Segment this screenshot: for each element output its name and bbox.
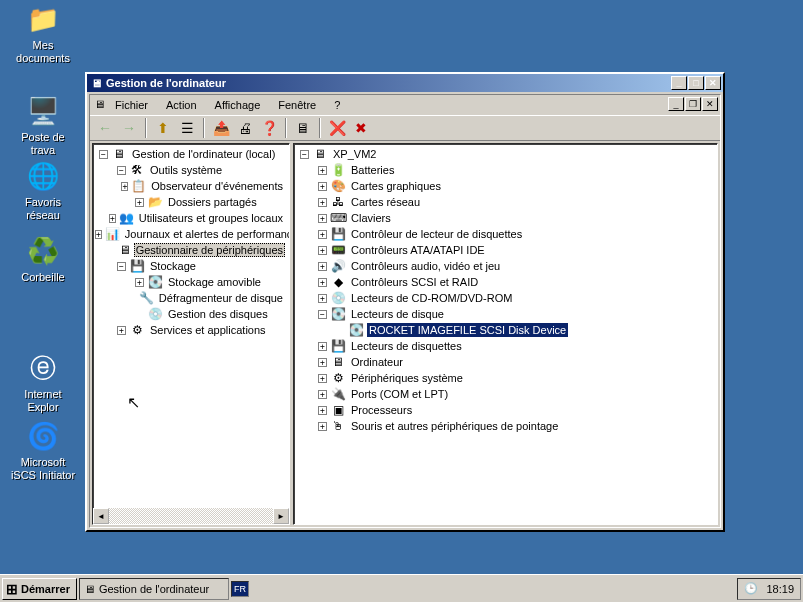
expand-icon[interactable]: + <box>135 198 144 207</box>
desktop-icon-my-documents[interactable]: 📁Mes documents <box>8 3 78 65</box>
expand-icon[interactable]: + <box>318 422 327 431</box>
expand-icon[interactable]: + <box>318 182 327 191</box>
right-pane[interactable]: −🖥XP_VM2+🔋Batteries+🎨Cartes graphiques+🖧… <box>293 143 718 525</box>
scroll-right-icon[interactable]: ► <box>273 508 289 524</box>
tree-node-label: Contrôleurs ATA/ATAPI IDE <box>349 243 487 257</box>
tree-item[interactable]: +🖧Cartes réseau <box>296 194 717 210</box>
minimize-button[interactable]: _ <box>671 76 687 90</box>
print-button[interactable]: 🖨 <box>234 117 256 139</box>
export-button[interactable]: 📤 <box>210 117 232 139</box>
tree-node-label: Contrôleurs audio, vidéo et jeu <box>349 259 502 273</box>
properties-button[interactable]: ☰ <box>176 117 198 139</box>
desktop-icon-internet-explorer[interactable]: ⓔInternet Explor <box>8 352 78 414</box>
collapse-icon[interactable]: − <box>117 166 126 175</box>
tree-item[interactable]: +💾Lecteurs de disquettes <box>296 338 717 354</box>
left-pane[interactable]: −🖥Gestion de l'ordinateur (local)−🛠Outil… <box>92 143 290 525</box>
menu-file[interactable]: Fichier <box>112 97 151 113</box>
tree-item[interactable]: +📟Contrôleurs ATA/ATAPI IDE <box>296 242 717 258</box>
tree-item[interactable]: −🖥XP_VM2 <box>296 146 717 162</box>
up-button[interactable]: ⬆ <box>152 117 174 139</box>
system-tray[interactable]: 🕒 18:19 <box>737 578 801 600</box>
collapse-icon[interactable]: − <box>318 310 327 319</box>
tree-item[interactable]: +⌨Claviers <box>296 210 717 226</box>
expand-icon[interactable]: + <box>318 390 327 399</box>
expand-icon[interactable]: + <box>318 358 327 367</box>
expand-icon[interactable]: + <box>318 166 327 175</box>
language-indicator[interactable]: FR <box>231 581 249 597</box>
mdi-close-button[interactable]: ✕ <box>702 97 718 111</box>
clock[interactable]: 18:19 <box>766 583 794 595</box>
menu-view[interactable]: Affichage <box>212 97 264 113</box>
mdi-restore-button[interactable]: ❐ <box>685 97 701 111</box>
expand-icon[interactable]: + <box>318 198 327 207</box>
expand-icon[interactable]: + <box>318 342 327 351</box>
expand-icon[interactable]: + <box>135 278 144 287</box>
desktop-icon-favoris-reseau[interactable]: 🌐Favoris réseau <box>8 160 78 222</box>
tree-item[interactable]: +🔊Contrôleurs audio, vidéo et jeu <box>296 258 717 274</box>
expand-icon[interactable]: + <box>318 230 327 239</box>
expand-icon[interactable]: + <box>318 246 327 255</box>
uninstall-button[interactable]: ❌ <box>326 117 348 139</box>
expand-icon[interactable]: + <box>318 294 327 303</box>
menu-window[interactable]: Fenêtre <box>275 97 319 113</box>
start-button[interactable]: ⊞ Démarrer <box>2 578 77 600</box>
tree-item[interactable]: 🖥Gestionnaire de périphériques <box>95 242 289 258</box>
mdi-sysmenu-icon[interactable]: 🖥 <box>94 98 108 112</box>
collapse-icon[interactable]: − <box>300 150 309 159</box>
expand-icon[interactable]: + <box>121 182 128 191</box>
tree-node-label: Gestionnaire de périphériques <box>134 243 285 257</box>
tree-item[interactable]: +📂Dossiers partagés <box>95 194 289 210</box>
tree-item[interactable]: +🎨Cartes graphiques <box>296 178 717 194</box>
tree-item[interactable]: +▣Processeurs <box>296 402 717 418</box>
tree-item[interactable]: +⚙Services et applications <box>95 322 289 338</box>
tree-node-icon: 🖥 <box>111 146 127 162</box>
tree-item[interactable]: −🛠Outils système <box>95 162 289 178</box>
tree-item[interactable]: 💿Gestion des disques <box>95 306 289 322</box>
left-scrollbar[interactable]: ◄ ► <box>93 508 289 524</box>
tree-item[interactable]: +🔌Ports (COM et LPT) <box>296 386 717 402</box>
menu-action[interactable]: Action <box>163 97 200 113</box>
desktop-icon-corbeille[interactable]: ♻️Corbeille <box>8 235 78 284</box>
expand-icon[interactable]: + <box>318 406 327 415</box>
maximize-button[interactable]: □ <box>688 76 704 90</box>
desktop-icon-poste-de-travail[interactable]: 🖥️Poste de trava <box>8 95 78 157</box>
tree-node-icon: 💽 <box>330 306 346 322</box>
tree-item[interactable]: −🖥Gestion de l'ordinateur (local) <box>95 146 289 162</box>
mdi-minimize-button[interactable]: _ <box>668 97 684 111</box>
tree-item[interactable]: +⚙Périphériques système <box>296 370 717 386</box>
tree-item[interactable]: +📋Observateur d'événements <box>95 178 289 194</box>
expand-icon[interactable]: + <box>117 326 126 335</box>
scroll-left-icon[interactable]: ◄ <box>93 508 109 524</box>
tree-item[interactable]: 💽ROCKET IMAGEFILE SCSI Disk Device <box>296 322 717 338</box>
expand-icon[interactable]: + <box>109 214 116 223</box>
tree-item[interactable]: +👥Utilisateurs et groupes locaux <box>95 210 289 226</box>
tree-node-icon: 💿 <box>330 290 346 306</box>
titlebar[interactable]: 🖥 Gestion de l'ordinateur _ □ ✕ <box>87 74 723 92</box>
tree-item[interactable]: −💾Stockage <box>95 258 289 274</box>
tree-item[interactable]: +🖥Ordinateur <box>296 354 717 370</box>
disable-button[interactable]: ✖ <box>350 117 372 139</box>
desktop-icon-microsoft-iscsi[interactable]: 🌀Microsoft iSCS Initiator <box>8 420 78 482</box>
tree-item[interactable]: +📊Journaux et alertes de performance <box>95 226 289 242</box>
taskbar-task-button[interactable]: 🖥 Gestion de l'ordinateur <box>79 578 229 600</box>
tree-item[interactable]: 🔧Défragmenteur de disque <box>95 290 289 306</box>
close-button[interactable]: ✕ <box>705 76 721 90</box>
tree-item[interactable]: −💽Lecteurs de disque <box>296 306 717 322</box>
tree-item[interactable]: +💾Contrôleur de lecteur de disquettes <box>296 226 717 242</box>
collapse-icon[interactable]: − <box>99 150 108 159</box>
tree-item[interactable]: +◆Contrôleurs SCSI et RAID <box>296 274 717 290</box>
tree-item[interactable]: +💿Lecteurs de CD-ROM/DVD-ROM <box>296 290 717 306</box>
menu-help[interactable]: ? <box>331 97 343 113</box>
collapse-icon[interactable]: − <box>117 262 126 271</box>
expand-icon[interactable]: + <box>318 278 327 287</box>
tree-item[interactable]: +🖱Souris et autres périphériques de poin… <box>296 418 717 434</box>
expand-icon[interactable]: + <box>318 374 327 383</box>
tree-item[interactable]: +🔋Batteries <box>296 162 717 178</box>
expand-icon[interactable]: + <box>95 230 102 239</box>
scan-hardware-button[interactable]: 🖥 <box>292 117 314 139</box>
expand-icon[interactable]: + <box>318 214 327 223</box>
tray-icon[interactable]: 🕒 <box>744 582 758 595</box>
tree-item[interactable]: +💽Stockage amovible <box>95 274 289 290</box>
expand-icon[interactable]: + <box>318 262 327 271</box>
help-button[interactable]: ❓ <box>258 117 280 139</box>
